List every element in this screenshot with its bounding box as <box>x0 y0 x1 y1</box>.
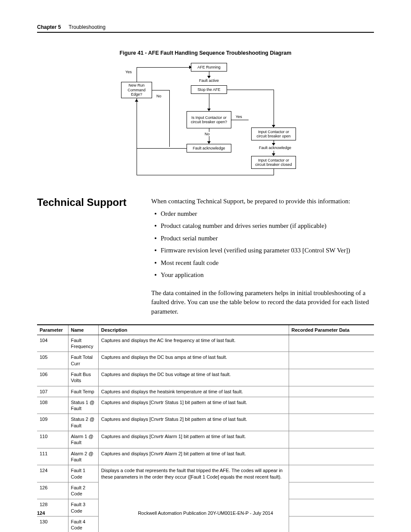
cell-recorded <box>289 369 374 386</box>
info-bullet-list: Order number Product catalog number and … <box>151 209 374 280</box>
table-row: 108 Status 1 @ Fault Captures and displa… <box>37 397 374 414</box>
cell-recorded <box>289 448 374 465</box>
cell-desc: Captures and displays [Cnvrtr Status 1] … <box>98 397 289 414</box>
cell-recorded <box>289 386 374 397</box>
table-row: 104 Fault Frequency Captures and display… <box>37 335 374 352</box>
section-heading: Technical Support <box>37 196 134 208</box>
cell-param: 124 <box>37 465 68 482</box>
cell-recorded <box>289 414 374 431</box>
cell-desc: Captures and displays the heatsink tempe… <box>98 386 289 397</box>
label-yes-ic: Yes <box>236 115 242 119</box>
bullet-item: Firmware revision level (verified using … <box>161 246 374 255</box>
cell-param: 106 <box>37 369 68 386</box>
bullet-item: Product catalog number and drives series… <box>161 221 374 231</box>
cell-param: 126 <box>37 482 68 499</box>
cell-param: 105 <box>37 352 68 369</box>
cell-recorded <box>289 397 374 414</box>
bullet-item: Product serial number <box>161 233 374 243</box>
cell-recorded <box>289 482 374 499</box>
page-footer: 124 Rockwell Automation Publication 20Y-… <box>37 510 374 516</box>
table-row: 106 Fault Bus Volts Captures and display… <box>37 369 374 386</box>
cell-name: Fault Total Curr <box>68 352 98 369</box>
node-new-run-cmd: New Run Command Edge? <box>121 82 152 98</box>
cell-name: Alarm 2 @ Fault <box>68 448 98 465</box>
cell-recorded <box>289 352 374 369</box>
cell-desc: Captures and displays [Cnvrtr Alarm 1] b… <box>98 431 289 448</box>
label-no-newrun: No <box>156 94 162 98</box>
th-recorded: Recorded Parameter Data <box>289 325 374 335</box>
cell-desc: Captures and displays the DC bus amps at… <box>98 352 289 369</box>
cell-param: 130 <box>37 516 68 532</box>
table-row: 110 Alarm 1 @ Fault Captures and display… <box>37 431 374 448</box>
figure-title: Figure 41 - AFE Fault Handling Sequence … <box>37 50 374 56</box>
node-ic-open: Input Contactor or circuit breaker open <box>251 128 296 140</box>
cell-recorded <box>289 335 374 352</box>
cell-param: 104 <box>37 335 68 352</box>
cell-recorded <box>289 516 374 532</box>
bullet-item: Your application <box>161 270 374 280</box>
cell-name: Status 1 @ Fault <box>68 397 98 414</box>
label-no-ic: No <box>205 132 210 136</box>
cell-name: Fault Temp <box>68 386 98 397</box>
cell-desc: Captures and displays [Cnvrtr Status 2] … <box>98 414 289 431</box>
technical-support-section: Technical Support When contacting Techni… <box>37 196 374 317</box>
cell-name: Fault Frequency <box>68 335 98 352</box>
cell-name: Status 2 @ Fault <box>68 414 98 431</box>
th-description: Description <box>98 325 289 335</box>
node-fault-ack-left: Fault acknowledge <box>187 144 231 152</box>
cell-desc: Displays a code that represents the faul… <box>98 465 289 532</box>
node-ic-closed: Input Contactor or circuit breaker close… <box>251 156 296 169</box>
table-row: 109 Status 2 @ Fault Captures and displa… <box>37 414 374 431</box>
cell-desc: Captures and displays the AC line freque… <box>98 335 289 352</box>
cell-param: 111 <box>37 448 68 465</box>
label-fault-active: Fault active <box>199 78 219 83</box>
node-afe-running: AFE Running <box>191 63 227 72</box>
cell-name: Fault 2 Code <box>68 482 98 499</box>
publication-info: Rockwell Automation Publication 20Y-UM00… <box>138 510 273 516</box>
page-header: Chapter 5 Troubleshooting <box>37 24 374 33</box>
node-stop-afe: Stop the AFE <box>191 85 227 94</box>
page-number: 124 <box>37 510 45 516</box>
intro-text: When contacting Technical Support, be pr… <box>151 196 374 206</box>
node-input-contactor-q: Is Input Contactor or circuit breaker op… <box>187 111 231 128</box>
cell-param: 110 <box>37 431 68 448</box>
parameter-table: Parameter Name Description Recorded Para… <box>37 324 374 532</box>
th-parameter: Parameter <box>37 325 68 335</box>
chapter-title: Troubleshooting <box>68 24 106 30</box>
table-row: 105 Fault Total Curr Captures and displa… <box>37 352 374 369</box>
cell-desc: Captures and displays [Cnvrtr Alarm 2] b… <box>98 448 289 465</box>
cell-recorded <box>289 431 374 448</box>
cell-param: 107 <box>37 386 68 397</box>
bullet-item: Order number <box>161 209 374 219</box>
th-name: Name <box>68 325 98 335</box>
label-yes-newrun: Yes <box>125 70 132 74</box>
section-paragraph: The data contained in the following para… <box>151 289 374 317</box>
cell-param: 108 <box>37 397 68 414</box>
bullet-item: Most recent fault code <box>161 258 374 268</box>
cell-name: Fault 4 Code <box>68 516 98 532</box>
table-row: 107 Fault Temp Captures and displays the… <box>37 386 374 397</box>
table-row: 111 Alarm 2 @ Fault Captures and display… <box>37 448 374 465</box>
table-row: 124 Fault 1 CodeDisplays a code that rep… <box>37 465 374 482</box>
chapter-label: Chapter 5 <box>37 24 61 30</box>
flowchart-diagram: AFE Running Fault active Stop the AFE Ne… <box>111 63 300 179</box>
cell-name: Fault 1 Code <box>68 465 98 482</box>
table-header-row: Parameter Name Description Recorded Para… <box>37 325 374 335</box>
cell-name: Fault Bus Volts <box>68 369 98 386</box>
node-fault-ack-right: Fault acknowledge <box>259 146 291 150</box>
cell-recorded <box>289 465 374 482</box>
cell-name: Alarm 1 @ Fault <box>68 431 98 448</box>
cell-desc: Captures and displays the DC bus voltage… <box>98 369 289 386</box>
cell-param: 109 <box>37 414 68 431</box>
